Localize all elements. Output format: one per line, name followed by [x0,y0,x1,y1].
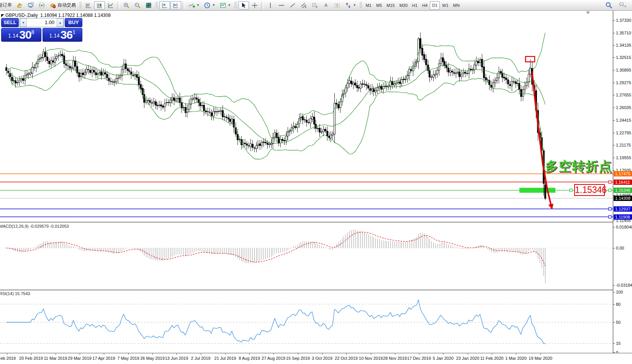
new-order-button[interactable]: 新订单 [0,1,14,10]
turning-point-annotation[interactable]: 多空转折点 [545,158,612,175]
date-tick [395,353,395,355]
volume-field[interactable]: ▼ 1.00 ▲ [20,18,64,27]
main-chart-canvas[interactable] [0,11,613,222]
timeframe-button-W1[interactable]: W1 [440,1,451,10]
date-label: 22 Oct 2019 [335,356,358,361]
crosshair-tool-button[interactable] [249,1,260,10]
indicators-button[interactable]: ▼ [186,1,201,10]
timeframe-button-M15[interactable]: M15 [384,1,397,10]
text-tool-button[interactable]: A [321,1,331,10]
new-order-label: 新订单 [0,2,12,8]
arrows-tool-button[interactable]: ▼ [343,1,358,10]
chart-shift-button[interactable] [170,1,181,10]
axis-tick [613,70,615,70]
date-label: 20 Feb 2019 [19,356,43,361]
axis-tick [613,170,615,171]
candlestick-mode-button[interactable] [94,1,105,10]
rsi-pane-canvas[interactable] [0,291,613,353]
date-tick [31,353,31,355]
timeframe-button-M1[interactable]: M1 [363,1,374,10]
svg-text:E: E [305,6,307,8]
date-label: 17 Apr 2019 [92,356,115,361]
equidistant-channel-tool-button[interactable]: E [298,1,309,10]
vertical-line-tool-button[interactable] [265,1,276,10]
macd-tick-label: 0.00 [616,246,624,250]
auto-trading-button[interactable]: 自动交易 [47,1,78,10]
search-button[interactable] [603,1,614,10]
timeframe-button-MN[interactable]: MN [451,1,462,10]
zoom-in-button[interactable] [121,1,132,10]
auto-scroll-button[interactable] [159,1,170,10]
depth-of-market-icon[interactable] [14,1,25,10]
axis-tick [613,322,615,323]
axis-tick [613,158,615,158]
volume-decrease-button[interactable]: ▼ [20,18,27,27]
rsi-tick-label: 50 [616,320,621,325]
toolbar-separator [182,2,185,9]
axis-tick [613,133,615,133]
fibonacci-tool-button[interactable]: F [309,1,320,10]
price-tick-label: 1.32515 [616,55,631,60]
svg-text:T: T [336,3,338,7]
buy-button[interactable]: BUY [65,18,82,27]
date-label: 29 Mar 2019 [68,356,92,361]
date-tick [249,353,250,355]
volume-value[interactable]: 1.00 [27,18,57,27]
chat-button[interactable] [617,1,628,10]
periods-button[interactable]: ▼ [202,1,217,10]
rsi-tick-label: 15 [616,341,621,346]
date-tick [371,353,371,355]
horizontal-line-tool-button[interactable] [276,1,287,10]
date-label: 13 Jun 2019 [165,356,188,361]
price-tick-label: 1.26035 [616,105,631,110]
axis-tick [613,343,615,344]
date-label: 15 Sep 2019 [286,356,310,361]
one-click-panel-toggle-icon[interactable] [1,14,4,17]
timeframe-button-D1[interactable]: D1 [430,1,440,10]
cursor-tool-button[interactable] [238,1,249,10]
macd-pane-canvas[interactable] [0,223,613,289]
bar-chart-mode-button[interactable] [83,1,94,10]
text-label-tool-button[interactable]: T [332,1,342,10]
axis-tick [613,83,615,83]
price-axis[interactable]: 1.373301.357101.341351.325151.308951.292… [613,11,632,353]
price-tag: 1.15346 [614,188,632,193]
price-tick-label: 1.24415 [616,118,631,122]
sell-price-display[interactable]: 1.14 30 8 [1,28,41,42]
line-chart-mode-button[interactable] [105,1,116,10]
chart-shift-marker-icon[interactable] [586,11,590,14]
timeframe-button-H4[interactable]: H4 [420,1,430,10]
tile-windows-button[interactable] [143,1,154,10]
dropdown-caret-icon: ▼ [196,3,200,7]
date-label: 27 Aug 2019 [262,356,285,361]
price-tag: 1.14308 [614,196,632,201]
date-tick [516,353,516,355]
zoom-out-button[interactable] [132,1,143,10]
timeframe-button-M30[interactable]: M30 [397,1,410,10]
axis-tick [613,95,615,95]
buy-price-display[interactable]: 1.14 36 1 [43,28,83,42]
date-tick [104,353,104,355]
date-label: 23 Jan 2020 [456,356,480,361]
date-label: 5 Jan 2020 [433,356,454,361]
timeframe-button-M5[interactable]: M5 [374,1,384,10]
rsi-tick-label: 80 [616,302,621,307]
volume-increase-button[interactable]: ▲ [57,18,64,27]
timeframe-button-H1[interactable]: H1 [410,1,420,10]
toolbar-grip [79,2,82,9]
price-tick-label: 1.35710 [616,31,631,35]
terminal-window-icon[interactable] [25,1,36,10]
date-tick [225,353,226,355]
price-level-annotation[interactable]: 1.15346 [574,184,605,196]
date-label: 1 Mar 2020 [505,356,527,361]
axis-tick [613,227,615,227]
date-axis[interactable]: Feb 201920 Feb 201911 Mar 201929 Mar 201… [0,353,632,364]
templates-button[interactable]: ▼ [218,1,233,10]
sell-button[interactable]: SELL [1,18,19,27]
signals-icon[interactable] [36,1,47,10]
dropdown-caret-icon: ▼ [353,3,356,7]
date-tick [298,353,298,355]
trendline-tool-button[interactable] [287,1,298,10]
axis-tick [613,45,615,46]
date-tick [468,353,468,355]
